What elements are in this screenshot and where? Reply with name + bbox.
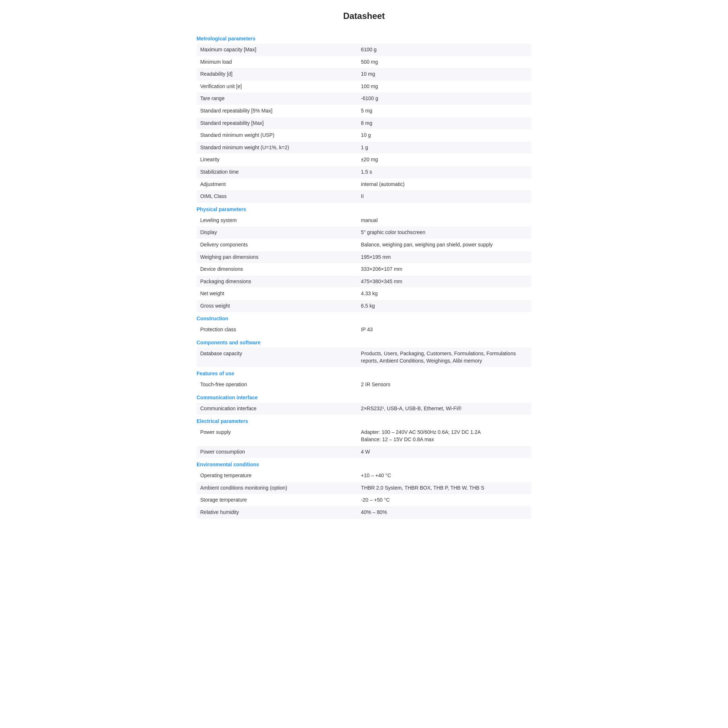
table-row: Adjustmentinternal (automatic) <box>197 178 531 191</box>
table-row: Leveling systemmanual <box>197 214 531 227</box>
row-value: 40% – 80% <box>358 506 531 519</box>
row-label: Verification unit [e] <box>197 80 358 93</box>
section-table-construction: Protection classIP 43 <box>197 324 531 336</box>
table-row: Standard minimum weight (USP)10 g <box>197 129 531 142</box>
table-row: Standard repeatability [5% Max]5 mg <box>197 105 531 117</box>
row-label: Tare range <box>197 92 358 105</box>
row-value: 2 IR Sensors <box>358 379 531 391</box>
table-row: Display5" graphic color touchscreen <box>197 226 531 239</box>
table-row: Power consumption4 W <box>197 446 531 458</box>
table-row: Linearity±20 mg <box>197 154 531 166</box>
row-label: Storage temperature <box>197 494 358 506</box>
row-label: Standard repeatability [Max] <box>197 117 358 130</box>
row-label: Relative humidity <box>197 506 358 519</box>
row-label: Device dimensions <box>197 263 358 275</box>
section-title-components: Components and software <box>197 336 531 348</box>
row-label: Linearity <box>197 154 358 166</box>
table-row: Weighing pan dimensions195×195 mm <box>197 251 531 263</box>
row-value: IP 43 <box>358 324 531 336</box>
table-row: Readability [d]10 mg <box>197 68 531 80</box>
section-title-physical: Physical parameters <box>197 203 531 214</box>
row-label: Maximum capacity [Max] <box>197 44 358 56</box>
section-table-communication: Communication interface2×RS232¹, USB-A, … <box>197 402 531 415</box>
table-row: Gross weight6.5 kg <box>197 300 531 312</box>
row-label: Ambient conditions monitoring (option) <box>197 482 358 494</box>
row-label: Readability [d] <box>197 68 358 80</box>
row-value: Products, Users, Packaging, Customers, F… <box>358 348 531 367</box>
table-row: Storage temperature-20 – +50 °C <box>197 494 531 506</box>
section-title-features: Features of use <box>197 367 531 379</box>
section-table-electrical: Power supplyAdapter: 100 – 240V AC 50/60… <box>197 426 531 458</box>
table-row: Packaging dimensions475×380×345 mm <box>197 275 531 288</box>
section-table-environmental: Operating temperature+10 – +40 °CAmbient… <box>197 470 531 518</box>
row-value: manual <box>358 214 531 227</box>
row-label: Standard repeatability [5% Max] <box>197 105 358 117</box>
row-label: Net weight <box>197 288 358 300</box>
table-row: OIML ClassII <box>197 190 531 203</box>
row-value: 5" graphic color touchscreen <box>358 226 531 239</box>
table-row: Stabilization time1.5 s <box>197 166 531 178</box>
section-title-metrological: Metrological parameters <box>197 32 531 44</box>
row-value: +10 – +40 °C <box>358 470 531 482</box>
table-row: Minimum load500 mg <box>197 56 531 69</box>
row-label: Operating temperature <box>197 470 358 482</box>
table-row: Net weight4.33 kg <box>197 288 531 300</box>
row-value: THBR 2.0 System, THBR BOX, THB P, THB W,… <box>358 482 531 494</box>
row-label: Display <box>197 226 358 239</box>
row-label: Leveling system <box>197 214 358 227</box>
row-value: 100 mg <box>358 80 531 93</box>
row-label: Packaging dimensions <box>197 275 358 288</box>
page-container: Datasheet Metrological parametersMaximum… <box>189 0 539 530</box>
row-value: 1.5 s <box>358 166 531 178</box>
row-label: Standard minimum weight (U=1%, k=2) <box>197 142 358 154</box>
row-value: 4.33 kg <box>358 288 531 300</box>
table-row: Standard repeatability [Max]8 mg <box>197 117 531 130</box>
row-label: Database capacity <box>197 348 358 367</box>
row-value: internal (automatic) <box>358 178 531 191</box>
row-value: 2×RS232¹, USB-A, USB-B, Ethernet, Wi-Fi® <box>358 402 531 415</box>
row-label: Protection class <box>197 324 358 336</box>
row-label: Standard minimum weight (USP) <box>197 129 358 142</box>
section-table-components: Database capacityProducts, Users, Packag… <box>197 348 531 367</box>
table-row: Relative humidity40% – 80% <box>197 506 531 519</box>
table-row: Operating temperature+10 – +40 °C <box>197 470 531 482</box>
row-value: 10 mg <box>358 68 531 80</box>
table-row: Touch-free operation2 IR Sensors <box>197 379 531 391</box>
row-value: -6100 g <box>358 92 531 105</box>
row-label: Stabilization time <box>197 166 358 178</box>
row-label: OIML Class <box>197 190 358 203</box>
row-label: Gross weight <box>197 300 358 312</box>
table-row: Verification unit [e]100 mg <box>197 80 531 93</box>
row-value: 6.5 kg <box>358 300 531 312</box>
datasheet-content: Metrological parametersMaximum capacity … <box>197 32 531 519</box>
section-title-communication: Communication interface <box>197 391 531 402</box>
row-label: Power supply <box>197 426 358 445</box>
row-label: Power consumption <box>197 446 358 458</box>
page-title: Datasheet <box>197 11 531 21</box>
row-value: ±20 mg <box>358 154 531 166</box>
row-value: 333×206×107 mm <box>358 263 531 275</box>
table-row: Protection classIP 43 <box>197 324 531 336</box>
table-row: Maximum capacity [Max]6100 g <box>197 44 531 56</box>
row-value: II <box>358 190 531 203</box>
row-value: Adapter: 100 – 240V AC 50/60Hz 0.6A; 12V… <box>358 426 531 445</box>
row-value: Balance, weighing pan, weighing pan shie… <box>358 239 531 251</box>
table-row: Ambient conditions monitoring (option)TH… <box>197 482 531 494</box>
row-label: Weighing pan dimensions <box>197 251 358 263</box>
row-value: 195×195 mm <box>358 251 531 263</box>
row-value: 475×380×345 mm <box>358 275 531 288</box>
row-label: Adjustment <box>197 178 358 191</box>
row-value: 8 mg <box>358 117 531 130</box>
section-title-electrical: Electrical parameters <box>197 414 531 426</box>
table-row: Power supplyAdapter: 100 – 240V AC 50/60… <box>197 426 531 445</box>
table-row: Standard minimum weight (U=1%, k=2)1 g <box>197 142 531 154</box>
row-label: Delivery components <box>197 239 358 251</box>
row-value: -20 – +50 °C <box>358 494 531 506</box>
row-value: 1 g <box>358 142 531 154</box>
table-row: Tare range-6100 g <box>197 92 531 105</box>
section-title-construction: Construction <box>197 312 531 324</box>
section-title-environmental: Environmental conditions <box>197 458 531 470</box>
row-value: 5 mg <box>358 105 531 117</box>
row-label: Communication interface <box>197 402 358 415</box>
row-value: 6100 g <box>358 44 531 56</box>
